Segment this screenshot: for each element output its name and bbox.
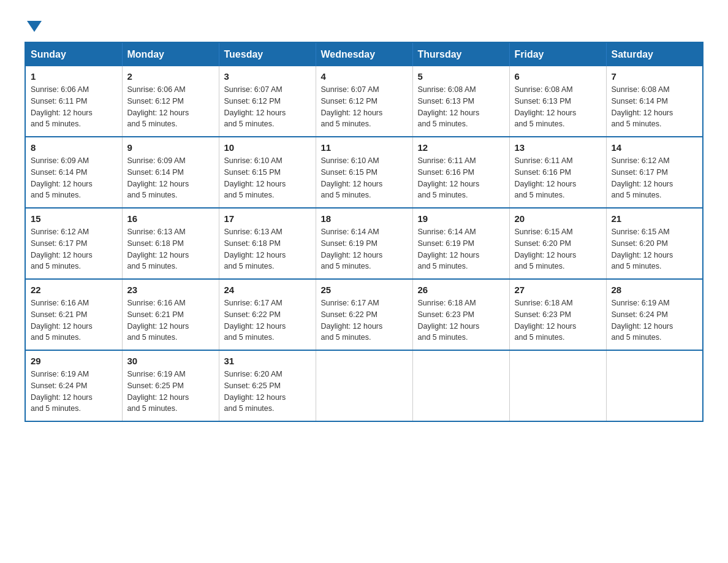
calendar-cell: 29Sunrise: 6:19 AMSunset: 6:24 PMDayligh… bbox=[25, 350, 122, 421]
calendar-cell bbox=[509, 350, 606, 421]
day-info: Sunrise: 6:18 AMSunset: 6:23 PMDaylight:… bbox=[515, 297, 601, 343]
day-number: 28 bbox=[612, 285, 698, 295]
calendar-week-row: 22Sunrise: 6:16 AMSunset: 6:21 PMDayligh… bbox=[25, 279, 703, 350]
day-info: Sunrise: 6:07 AMSunset: 6:12 PMDaylight:… bbox=[224, 84, 311, 130]
day-info: Sunrise: 6:06 AMSunset: 6:11 PMDaylight:… bbox=[31, 84, 117, 130]
day-number: 15 bbox=[31, 213, 117, 224]
calendar-cell: 27Sunrise: 6:18 AMSunset: 6:23 PMDayligh… bbox=[509, 279, 606, 350]
day-info: Sunrise: 6:20 AMSunset: 6:25 PMDaylight:… bbox=[224, 369, 311, 415]
day-number: 14 bbox=[612, 142, 698, 153]
day-number: 26 bbox=[418, 285, 504, 295]
col-header-friday: Friday bbox=[509, 42, 606, 66]
calendar-cell bbox=[412, 350, 509, 421]
day-number: 1 bbox=[31, 71, 117, 82]
col-header-saturday: Saturday bbox=[606, 42, 703, 66]
calendar-cell: 3Sunrise: 6:07 AMSunset: 6:12 PMDaylight… bbox=[219, 66, 316, 137]
day-info: Sunrise: 6:08 AMSunset: 6:14 PMDaylight:… bbox=[612, 84, 698, 130]
calendar-week-row: 1Sunrise: 6:06 AMSunset: 6:11 PMDaylight… bbox=[25, 66, 703, 137]
calendar-cell: 18Sunrise: 6:14 AMSunset: 6:19 PMDayligh… bbox=[316, 208, 412, 279]
col-header-monday: Monday bbox=[122, 42, 219, 66]
logo bbox=[25, 18, 42, 29]
calendar-cell: 7Sunrise: 6:08 AMSunset: 6:14 PMDaylight… bbox=[606, 66, 703, 137]
day-info: Sunrise: 6:11 AMSunset: 6:16 PMDaylight:… bbox=[515, 155, 601, 201]
day-info: Sunrise: 6:17 AMSunset: 6:22 PMDaylight:… bbox=[321, 297, 408, 343]
day-info: Sunrise: 6:15 AMSunset: 6:20 PMDaylight:… bbox=[515, 226, 601, 272]
day-number: 17 bbox=[224, 213, 311, 224]
day-info: Sunrise: 6:16 AMSunset: 6:21 PMDaylight:… bbox=[127, 297, 214, 343]
calendar-week-row: 15Sunrise: 6:12 AMSunset: 6:17 PMDayligh… bbox=[25, 208, 703, 279]
day-info: Sunrise: 6:16 AMSunset: 6:21 PMDaylight:… bbox=[31, 297, 117, 343]
day-info: Sunrise: 6:13 AMSunset: 6:18 PMDaylight:… bbox=[224, 226, 311, 272]
day-info: Sunrise: 6:14 AMSunset: 6:19 PMDaylight:… bbox=[418, 226, 504, 272]
calendar-cell: 15Sunrise: 6:12 AMSunset: 6:17 PMDayligh… bbox=[25, 208, 122, 279]
day-number: 22 bbox=[31, 285, 117, 295]
calendar-cell: 20Sunrise: 6:15 AMSunset: 6:20 PMDayligh… bbox=[509, 208, 606, 279]
col-header-tuesday: Tuesday bbox=[219, 42, 316, 66]
day-number: 18 bbox=[321, 213, 408, 224]
day-number: 30 bbox=[127, 356, 214, 366]
calendar-cell: 28Sunrise: 6:19 AMSunset: 6:24 PMDayligh… bbox=[606, 279, 703, 350]
day-number: 21 bbox=[612, 213, 698, 224]
calendar-cell: 24Sunrise: 6:17 AMSunset: 6:22 PMDayligh… bbox=[219, 279, 316, 350]
day-number: 19 bbox=[418, 213, 504, 224]
day-info: Sunrise: 6:08 AMSunset: 6:13 PMDaylight:… bbox=[515, 84, 601, 130]
day-info: Sunrise: 6:13 AMSunset: 6:18 PMDaylight:… bbox=[127, 226, 214, 272]
calendar-week-row: 8Sunrise: 6:09 AMSunset: 6:14 PMDaylight… bbox=[25, 137, 703, 208]
calendar-cell: 9Sunrise: 6:09 AMSunset: 6:14 PMDaylight… bbox=[122, 137, 219, 208]
day-number: 5 bbox=[418, 71, 504, 82]
calendar-cell: 1Sunrise: 6:06 AMSunset: 6:11 PMDaylight… bbox=[25, 66, 122, 137]
day-number: 25 bbox=[321, 285, 408, 295]
day-number: 29 bbox=[31, 356, 117, 366]
day-info: Sunrise: 6:14 AMSunset: 6:19 PMDaylight:… bbox=[321, 226, 408, 272]
calendar-cell: 4Sunrise: 6:07 AMSunset: 6:12 PMDaylight… bbox=[316, 66, 412, 137]
day-info: Sunrise: 6:06 AMSunset: 6:12 PMDaylight:… bbox=[127, 84, 214, 130]
calendar-cell: 11Sunrise: 6:10 AMSunset: 6:15 PMDayligh… bbox=[316, 137, 412, 208]
calendar-cell: 16Sunrise: 6:13 AMSunset: 6:18 PMDayligh… bbox=[122, 208, 219, 279]
day-info: Sunrise: 6:11 AMSunset: 6:16 PMDaylight:… bbox=[418, 155, 504, 201]
calendar-cell: 21Sunrise: 6:15 AMSunset: 6:20 PMDayligh… bbox=[606, 208, 703, 279]
calendar-cell: 2Sunrise: 6:06 AMSunset: 6:12 PMDaylight… bbox=[122, 66, 219, 137]
calendar-cell bbox=[606, 350, 703, 421]
calendar-cell: 31Sunrise: 6:20 AMSunset: 6:25 PMDayligh… bbox=[219, 350, 316, 421]
day-info: Sunrise: 6:19 AMSunset: 6:24 PMDaylight:… bbox=[612, 297, 698, 343]
calendar-cell: 17Sunrise: 6:13 AMSunset: 6:18 PMDayligh… bbox=[219, 208, 316, 279]
calendar-cell: 5Sunrise: 6:08 AMSunset: 6:13 PMDaylight… bbox=[412, 66, 509, 137]
day-number: 9 bbox=[127, 142, 214, 153]
day-info: Sunrise: 6:18 AMSunset: 6:23 PMDaylight:… bbox=[418, 297, 504, 343]
day-number: 23 bbox=[127, 285, 214, 295]
calendar-cell: 25Sunrise: 6:17 AMSunset: 6:22 PMDayligh… bbox=[316, 279, 412, 350]
calendar-cell: 19Sunrise: 6:14 AMSunset: 6:19 PMDayligh… bbox=[412, 208, 509, 279]
day-info: Sunrise: 6:12 AMSunset: 6:17 PMDaylight:… bbox=[612, 155, 698, 201]
day-info: Sunrise: 6:12 AMSunset: 6:17 PMDaylight:… bbox=[31, 226, 117, 272]
day-info: Sunrise: 6:08 AMSunset: 6:13 PMDaylight:… bbox=[418, 84, 504, 130]
day-info: Sunrise: 6:19 AMSunset: 6:24 PMDaylight:… bbox=[31, 369, 117, 415]
calendar-cell: 14Sunrise: 6:12 AMSunset: 6:17 PMDayligh… bbox=[606, 137, 703, 208]
day-info: Sunrise: 6:09 AMSunset: 6:14 PMDaylight:… bbox=[31, 155, 117, 201]
day-info: Sunrise: 6:07 AMSunset: 6:12 PMDaylight:… bbox=[321, 84, 408, 130]
day-number: 24 bbox=[224, 285, 311, 295]
day-number: 3 bbox=[224, 71, 311, 82]
day-number: 31 bbox=[224, 356, 311, 366]
col-header-sunday: Sunday bbox=[25, 42, 122, 66]
col-header-thursday: Thursday bbox=[412, 42, 509, 66]
day-number: 16 bbox=[127, 213, 214, 224]
day-number: 11 bbox=[321, 142, 408, 153]
calendar-cell: 10Sunrise: 6:10 AMSunset: 6:15 PMDayligh… bbox=[219, 137, 316, 208]
calendar-header-row: SundayMondayTuesdayWednesdayThursdayFrid… bbox=[25, 42, 703, 66]
day-info: Sunrise: 6:09 AMSunset: 6:14 PMDaylight:… bbox=[127, 155, 214, 201]
page-header bbox=[25, 18, 703, 29]
day-number: 12 bbox=[418, 142, 504, 153]
logo-general bbox=[25, 18, 42, 32]
calendar-cell: 22Sunrise: 6:16 AMSunset: 6:21 PMDayligh… bbox=[25, 279, 122, 350]
calendar-cell bbox=[316, 350, 412, 421]
day-number: 4 bbox=[321, 71, 408, 82]
logo-arrow-icon bbox=[27, 21, 42, 32]
day-number: 13 bbox=[515, 142, 601, 153]
day-number: 20 bbox=[515, 213, 601, 224]
calendar-table: SundayMondayTuesdayWednesdayThursdayFrid… bbox=[25, 42, 703, 422]
day-number: 7 bbox=[612, 71, 698, 82]
calendar-cell: 12Sunrise: 6:11 AMSunset: 6:16 PMDayligh… bbox=[412, 137, 509, 208]
calendar-cell: 30Sunrise: 6:19 AMSunset: 6:25 PMDayligh… bbox=[122, 350, 219, 421]
calendar-cell: 26Sunrise: 6:18 AMSunset: 6:23 PMDayligh… bbox=[412, 279, 509, 350]
day-info: Sunrise: 6:10 AMSunset: 6:15 PMDaylight:… bbox=[224, 155, 311, 201]
